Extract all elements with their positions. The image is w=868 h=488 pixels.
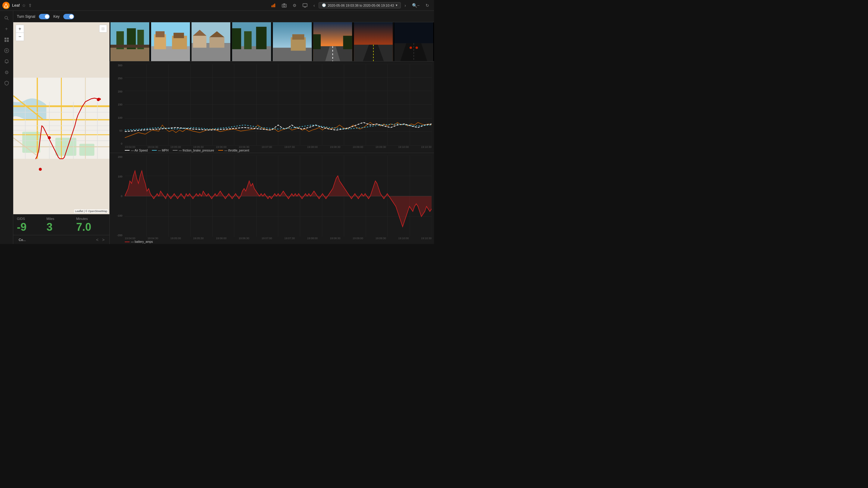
x-label: 19:08:30	[330, 237, 340, 240]
x-label: 19:07:00	[261, 237, 272, 240]
legend-throttle-label: — throttle_percent	[224, 149, 249, 152]
svg-rect-50	[156, 31, 164, 37]
sidebar-item-explore[interactable]	[2, 46, 11, 56]
minutes-value: 7.0	[76, 222, 106, 233]
svg-rect-66	[292, 34, 304, 40]
minutes-label: Minutes	[76, 217, 106, 221]
chart2-x-axis: 19:04:00 19:04:30 19:05:00 19:05:30 19:0…	[125, 237, 432, 240]
x-label: 19:06:30	[239, 237, 249, 240]
zoom-in-button[interactable]: +	[16, 25, 24, 33]
legend-throttle: — throttle_percent	[218, 149, 249, 152]
chart1-x-axis: 19:04:00 19:04:30 19:05:00 19:05:30 19:0…	[125, 145, 432, 149]
map-svg	[13, 22, 110, 214]
svg-rect-45	[110, 44, 149, 47]
camera-view-button[interactable]	[279, 2, 289, 9]
sidebar-item-alerts[interactable]	[2, 57, 11, 66]
main-container: + ⚙ Turn Signal	[0, 11, 434, 244]
legend-mph: — MPH	[152, 149, 168, 152]
dropdown-icon: ▾	[396, 3, 398, 7]
app-logo	[2, 2, 10, 9]
x-label: 19:09:00	[352, 145, 363, 149]
x-label: 19:04:30	[148, 237, 158, 240]
turn-signal-toggle[interactable]	[39, 14, 50, 19]
y-label: 250	[118, 77, 122, 80]
chart-view-button[interactable]	[269, 2, 278, 9]
legend-airspeed-label: — Air Speed	[131, 149, 148, 152]
sidebar: + ⚙	[0, 11, 13, 244]
legend-airspeed: — Air Speed	[125, 149, 148, 152]
y-label: -200	[117, 234, 122, 237]
chart1-area	[125, 64, 432, 145]
map-container[interactable]: + − ⊞ Leaflet | © OpenStreetMap	[13, 22, 110, 214]
stats-bar: GIDS -9 Miles 3 Minutes 7.0	[13, 214, 110, 235]
settings-button[interactable]: ⚙	[290, 2, 299, 9]
sidebar-item-add[interactable]: +	[2, 24, 11, 34]
miles-stat: Miles 3	[46, 217, 76, 233]
sidebar-item-grid[interactable]	[2, 35, 11, 44]
chart2-area	[125, 156, 432, 237]
x-label: 19:10:30	[421, 237, 432, 240]
x-label: 19:08:30	[330, 145, 340, 149]
bottom-tab: Co... < >	[13, 235, 110, 244]
minutes-stat: Minutes 7.0	[76, 217, 106, 233]
right-panel: 300 250 200 150 100 50 0	[110, 22, 434, 244]
svg-rect-61	[244, 31, 252, 50]
x-label: 19:07:30	[284, 145, 295, 149]
chart1-legend: — Air Speed — MPH — friction_brake_press…	[125, 149, 249, 152]
next-timerange-button[interactable]: ›	[402, 2, 408, 9]
sidebar-item-security[interactable]	[2, 78, 11, 88]
chart1-svg	[125, 64, 432, 145]
svg-point-1	[5, 5, 7, 7]
gids-label: GIDS	[17, 217, 46, 221]
gids-value: -9	[17, 222, 46, 233]
y-label: 100	[118, 116, 122, 119]
monitor-button[interactable]	[300, 2, 310, 9]
panels-row: + − ⊞ Leaflet | © OpenStreetMap GIDS -9 …	[13, 22, 434, 244]
chart2-legend: — battery_amps	[125, 240, 153, 243]
svg-point-80	[410, 46, 412, 49]
zoom-out-button[interactable]: 🔍−	[410, 2, 422, 9]
x-label: 19:09:00	[352, 237, 363, 240]
map-layers-button[interactable]: ⊞	[99, 25, 107, 33]
key-toggle[interactable]	[63, 14, 74, 19]
share-icon[interactable]: ⇪	[28, 3, 32, 8]
x-label: 19:07:00	[261, 145, 272, 149]
svg-point-39	[48, 136, 51, 139]
svg-rect-12	[4, 40, 6, 42]
svg-rect-10	[4, 38, 6, 39]
chart-panel-2: 200 100 0 -100 -200	[110, 153, 434, 244]
prev-timerange-button[interactable]: ‹	[311, 2, 317, 9]
topbar-left: Leaf ☆ ⇪	[2, 2, 269, 9]
bottom-next-arrow[interactable]: >	[101, 237, 106, 243]
x-label: 19:05:30	[193, 237, 204, 240]
image-frame-4	[231, 22, 272, 61]
chart-panel-1: 300 250 200 150 100 50 0	[110, 61, 434, 153]
legend-battery: — battery_amps	[125, 240, 153, 243]
star-icon[interactable]: ☆	[22, 3, 26, 8]
refresh-button[interactable]: ↻	[423, 2, 432, 9]
x-label: 19:10:00	[398, 145, 409, 149]
y-label: 150	[118, 103, 122, 106]
x-label: 19:08:00	[307, 237, 318, 240]
image-strip	[110, 22, 434, 61]
x-label: 19:06:30	[239, 145, 249, 149]
svg-rect-13	[7, 40, 9, 42]
x-label: 19:04:00	[125, 237, 135, 240]
svg-rect-55	[210, 37, 224, 48]
zoom-out-button-map[interactable]: −	[16, 33, 24, 41]
sidebar-item-settings[interactable]: ⚙	[2, 67, 11, 77]
time-range[interactable]: 🕐 2020-05-06 19:03:38 to 2020-05-06 19:1…	[318, 2, 401, 8]
x-label: 19:05:30	[193, 145, 204, 149]
svg-rect-4	[274, 4, 275, 7]
image-frame-6	[313, 22, 353, 61]
miles-value: 3	[46, 222, 76, 233]
svg-point-6	[283, 5, 285, 7]
x-label: 19:10:30	[421, 145, 432, 149]
bottom-tab-item-1[interactable]: Co...	[17, 237, 27, 242]
sidebar-item-search[interactable]	[2, 13, 11, 23]
filter-bar: Turn Signal Key	[13, 11, 434, 22]
svg-rect-2	[272, 5, 273, 7]
bottom-nav-arrows: < >	[95, 237, 106, 243]
image-frame-3	[191, 22, 231, 61]
bottom-prev-arrow[interactable]: <	[95, 237, 100, 243]
